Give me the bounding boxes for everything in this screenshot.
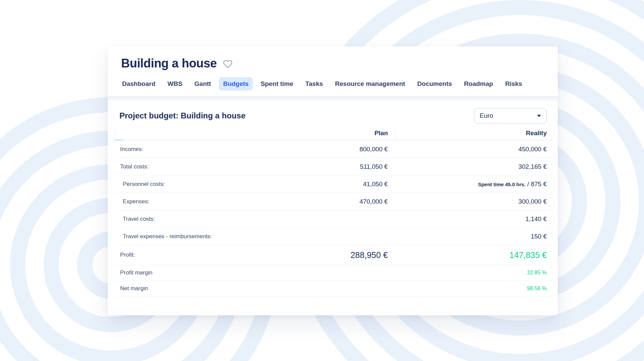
table-row-profit: Profit: 288,950 € 147,835 € <box>115 245 552 265</box>
spent-time-note: Spent time 45.0 hrs. <box>478 182 526 187</box>
table-row-total-costs: Total costs: 511,050 € 302,165 € <box>115 158 552 175</box>
table-row-profit-margin: Profit margin 32.85 % <box>115 265 552 281</box>
tab-risks[interactable]: Risks <box>501 77 527 91</box>
table-row-personnel-costs: Personnel costs: 41,050 € Spent time 45.… <box>115 175 552 193</box>
row-label: Travel expenses - reimbursements: <box>115 233 272 240</box>
chevron-down-icon <box>537 115 541 117</box>
reality-value: 147,835 € <box>395 250 552 260</box>
page-background: Building a house Dashboard WBS Gantt Bud… <box>0 0 644 361</box>
plan-value: 470,000 € <box>272 198 395 205</box>
tab-gantt[interactable]: Gantt <box>190 77 216 91</box>
reality-value: 450,000 € <box>395 146 552 153</box>
project-card: Building a house Dashboard WBS Gantt Bud… <box>108 46 558 315</box>
tab-budgets[interactable]: Budgets <box>219 77 253 91</box>
reality-value: 98.56 % <box>395 286 552 292</box>
tab-roadmap[interactable]: Roadmap <box>460 77 497 91</box>
row-label: Total costs: <box>115 163 272 170</box>
currency-selected-value: Euro <box>480 112 493 119</box>
column-header-plan: Plan <box>272 130 395 137</box>
reality-value: 32.85 % <box>395 270 552 276</box>
reality-value: Spent time 45.0 hrs./ 875 € <box>395 180 552 188</box>
table-row-travel-costs: Travel costs: 1,140 € <box>115 210 552 228</box>
row-label: Personnel costs: <box>115 181 272 188</box>
tab-wbs[interactable]: WBS <box>163 77 186 91</box>
plan-value: 41,050 € <box>272 180 395 188</box>
table-row-expenses: Expenses: 470,000 € 300,000 € <box>115 193 552 210</box>
row-label: Profit margin <box>115 269 272 276</box>
favorite-heart-icon[interactable] <box>223 59 233 69</box>
table-row-net-margin: Net margin 98.56 % <box>115 281 552 297</box>
tab-tasks[interactable]: Tasks <box>301 77 327 91</box>
row-label: Net margin <box>115 285 272 292</box>
tab-spent-time[interactable]: Spent time <box>256 77 298 91</box>
tab-resource-management[interactable]: Resource management <box>331 77 410 91</box>
project-title: Building a house <box>121 56 217 70</box>
plan-value: 511,050 € <box>272 163 395 170</box>
row-label: Expenses: <box>115 198 272 205</box>
row-label: Incomes: <box>115 146 272 153</box>
table-row-incomes: Incomes: 800,000 € 450,000 € <box>115 141 552 158</box>
reality-value: 302,165 € <box>395 163 552 170</box>
tab-bar: Dashboard WBS Gantt Budgets Spent time T… <box>118 77 558 91</box>
budget-section-header: Project budget: Building a house Euro <box>119 108 547 123</box>
column-header-reality: Reality <box>395 126 552 140</box>
reality-value: 300,000 € <box>395 198 552 205</box>
tabbar-shadow <box>108 97 558 103</box>
card-header: Building a house <box>108 46 558 70</box>
tab-documents[interactable]: Documents <box>413 77 456 91</box>
row-label: Profit: <box>115 252 272 258</box>
reality-value: 150 € <box>395 233 552 240</box>
table-header-row: Plan Reality <box>115 126 552 140</box>
plan-value: 288,950 € <box>272 250 395 260</box>
tab-dashboard[interactable]: Dashboard <box>118 77 160 91</box>
budget-heading: Project budget: Building a house <box>119 111 246 120</box>
reality-amount: / 875 € <box>527 180 547 188</box>
row-label: Travel costs: <box>115 216 272 222</box>
budget-table: Plan Reality Incomes: 800,000 € 450,000 … <box>115 126 552 297</box>
currency-select[interactable]: Euro <box>474 108 547 123</box>
reality-value: 1,140 € <box>395 215 552 223</box>
plan-value: 800,000 € <box>272 146 395 153</box>
table-row-travel-reimbursements: Travel expenses - reimbursements: 150 € <box>115 228 552 245</box>
